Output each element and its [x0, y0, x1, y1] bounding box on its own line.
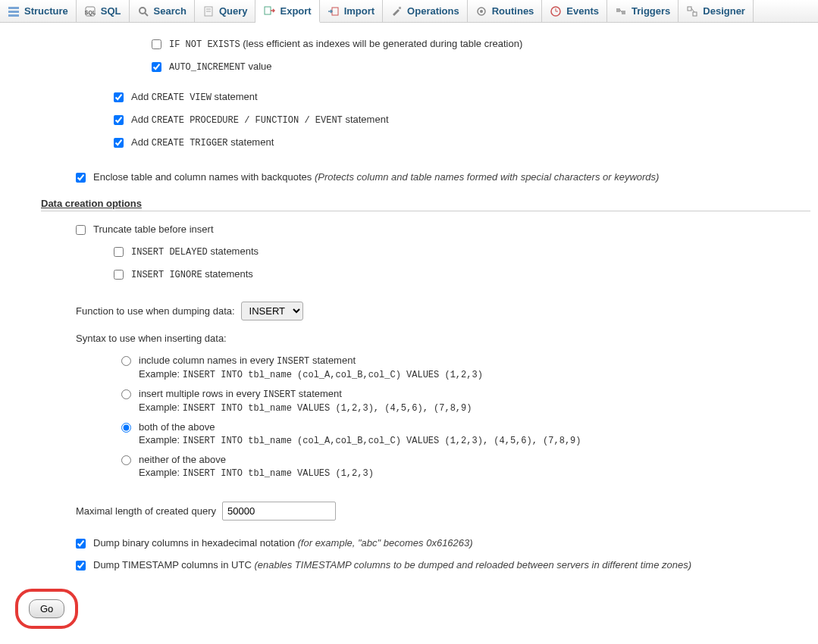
tab-query[interactable]: Query: [195, 0, 256, 22]
svg-point-5: [139, 8, 146, 14]
tab-label: Triggers: [632, 5, 670, 17]
tab-search[interactable]: Search: [130, 0, 195, 22]
function-to-use-label: Function to use when dumping data:: [76, 305, 235, 317]
svg-rect-18: [616, 8, 620, 12]
syntax-neither-radio[interactable]: [121, 455, 131, 465]
dump-timestamp-checkbox[interactable]: [76, 561, 86, 571]
syntax-multiple-rows-example: Example: INSERT INTO tbl_name VALUES (1,…: [139, 402, 472, 414]
svg-line-6: [145, 13, 148, 16]
max-length-input[interactable]: [222, 502, 336, 521]
syntax-both-radio[interactable]: [121, 423, 131, 433]
tab-label: Import: [344, 5, 375, 17]
create-procedure-checkbox[interactable]: [114, 115, 124, 125]
create-view-label: Add CREATE VIEW statement: [131, 91, 258, 103]
search-icon: [137, 5, 149, 17]
max-length-label: Maximal length of created query: [76, 505, 216, 517]
tab-label: Export: [280, 5, 311, 17]
svg-rect-22: [693, 12, 697, 16]
go-button-highlight: Go: [15, 589, 78, 629]
tab-label: Query: [219, 5, 248, 17]
syntax-neither-example: Example: INSERT INTO tbl_name VALUES (1,…: [139, 467, 374, 479]
tabs-bar: Structure SQL SQL Search Query Export Im…: [0, 0, 818, 23]
create-trigger-checkbox[interactable]: [114, 138, 124, 148]
svg-rect-21: [688, 7, 691, 11]
svg-rect-2: [8, 14, 19, 17]
insert-delayed-label: INSERT DELAYED statements: [131, 245, 259, 258]
tab-designer[interactable]: Designer: [679, 0, 754, 22]
tab-label: Routines: [492, 5, 534, 17]
tab-label: Search: [154, 5, 186, 17]
if-not-exists-label: IF NOT EXISTS (less efficient as indexes…: [169, 38, 522, 50]
designer-icon: [686, 5, 698, 17]
dump-binary-checkbox[interactable]: [76, 539, 86, 549]
dump-timestamp-label: Dump TIMESTAMP columns in UTC (enables T…: [93, 559, 691, 571]
tab-sql[interactable]: SQL SQL: [77, 0, 130, 22]
svg-rect-19: [622, 11, 625, 14]
syntax-to-use-label: Syntax to use when inserting data:: [76, 333, 227, 344]
tab-label: Designer: [703, 5, 745, 17]
tab-label: Structure: [24, 5, 68, 17]
create-view-checkbox[interactable]: [114, 92, 124, 102]
insert-ignore-label: INSERT IGNORE statements: [131, 268, 253, 280]
tab-triggers[interactable]: Triggers: [607, 0, 679, 22]
syntax-both-example: Example: INSERT INTO tbl_name (col_A,col…: [139, 434, 581, 446]
truncate-label: Truncate table before insert: [93, 224, 214, 235]
dump-binary-label: Dump binary columns in hexadecimal notat…: [93, 537, 473, 549]
tab-export[interactable]: Export: [255, 0, 319, 23]
enclose-backquotes-label: Enclose table and column names with back…: [93, 171, 659, 183]
insert-delayed-checkbox[interactable]: [114, 247, 124, 257]
tab-structure[interactable]: Structure: [0, 0, 77, 22]
syntax-neither-label: neither of the above: [139, 454, 374, 465]
function-to-use-select[interactable]: INSERT: [241, 302, 303, 320]
syntax-include-columns-radio[interactable]: [121, 356, 131, 366]
tab-routines[interactable]: Routines: [468, 0, 543, 22]
auto-increment-label: AUTO_INCREMENT value: [169, 61, 272, 73]
tab-label: SQL: [101, 5, 121, 17]
syntax-both-label: both of the above: [139, 421, 581, 433]
import-icon: [328, 5, 340, 17]
syntax-include-columns-label: include column names in every INSERT sta…: [139, 355, 483, 367]
data-creation-options-header: Data creation options: [41, 198, 810, 211]
create-procedure-label: Add CREATE PROCEDURE / FUNCTION / EVENT …: [131, 114, 389, 126]
structure-icon: [8, 5, 20, 17]
tab-import[interactable]: Import: [320, 0, 383, 22]
triggers-icon: [615, 5, 627, 17]
svg-rect-0: [8, 7, 19, 9]
sql-icon: SQL: [84, 5, 96, 17]
syntax-include-columns-example: Example: INSERT INTO tbl_name (col_A,col…: [139, 368, 483, 380]
if-not-exists-checkbox[interactable]: [152, 39, 161, 49]
svg-rect-10: [265, 7, 271, 14]
routines-icon: [475, 5, 487, 17]
create-trigger-label: Add CREATE TRIGGER statement: [131, 136, 274, 148]
query-icon: [202, 5, 215, 17]
truncate-checkbox[interactable]: [76, 225, 86, 235]
enclose-backquotes-checkbox[interactable]: [76, 173, 86, 183]
tab-label: Events: [566, 5, 599, 17]
tab-events[interactable]: Events: [542, 0, 607, 22]
operations-icon: [390, 5, 403, 17]
svg-line-20: [620, 10, 622, 12]
svg-rect-11: [332, 8, 338, 15]
svg-rect-1: [8, 11, 19, 13]
svg-point-14: [480, 10, 483, 13]
auto-increment-checkbox[interactable]: [152, 62, 161, 72]
go-button[interactable]: Go: [29, 599, 64, 618]
insert-ignore-checkbox[interactable]: [114, 270, 124, 280]
export-icon: [263, 5, 275, 17]
export-form: IF NOT EXISTS (less efficient as indexes…: [0, 23, 818, 644]
events-icon: [550, 5, 562, 17]
svg-text:SQL: SQL: [85, 10, 96, 16]
svg-rect-12: [399, 7, 401, 9]
tab-label: Operations: [407, 5, 459, 17]
syntax-multiple-rows-radio[interactable]: [121, 389, 131, 399]
svg-line-23: [691, 8, 694, 12]
syntax-multiple-rows-label: insert multiple rows in every INSERT sta…: [139, 388, 472, 400]
tab-operations[interactable]: Operations: [383, 0, 468, 22]
